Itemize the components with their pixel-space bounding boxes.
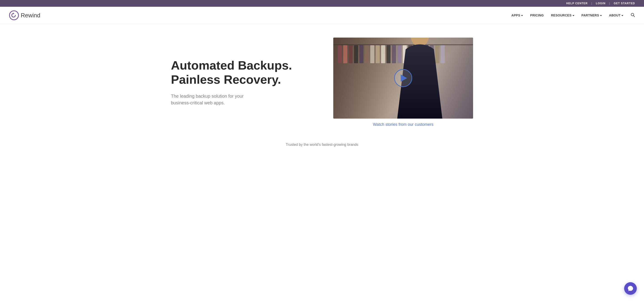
trusted-section: Trusted by the world's fastest-growing b… <box>0 136 644 151</box>
trusted-text: Trusted by the world's fastest-growing b… <box>9 143 635 147</box>
login-link[interactable]: LOGIN <box>596 2 606 5</box>
nav-apps[interactable]: APPS <box>512 13 523 17</box>
svg-line-3 <box>634 15 634 17</box>
logo-text: Rewind <box>21 12 40 19</box>
watch-stories-link[interactable]: Watch stories from our customers <box>373 122 434 127</box>
svg-point-0 <box>10 11 18 20</box>
chevron-down-icon <box>600 15 602 16</box>
hero-left: Automated Backups. Painless Recovery. Th… <box>171 58 311 106</box>
hero-section: Automated Backups. Painless Recovery. Th… <box>153 24 491 136</box>
hero-subtitle: The leading backup solution for your bus… <box>171 93 311 106</box>
video-background <box>333 38 473 119</box>
video-thumbnail[interactable] <box>333 38 473 119</box>
help-center-link[interactable]: HELP CENTER <box>566 2 588 5</box>
search-button[interactable] <box>630 12 635 18</box>
rack-items <box>333 45 473 63</box>
search-icon <box>630 12 635 17</box>
logo[interactable]: Rewind <box>9 10 40 20</box>
hero-right: Watch stories from our customers <box>333 38 473 127</box>
rewind-logo-icon <box>9 10 19 20</box>
nav-links: APPS PRICING RESOURCES PARTNERS ABOUT <box>512 12 635 18</box>
nav-about[interactable]: ABOUT <box>609 13 623 17</box>
svg-marker-1 <box>13 12 14 14</box>
nav-partners[interactable]: PARTNERS <box>582 13 602 17</box>
hero-title: Automated Backups. Painless Recovery. <box>171 58 311 86</box>
separator-1: | <box>591 2 592 5</box>
chevron-down-icon <box>572 15 574 16</box>
nav-pricing[interactable]: PRICING <box>530 13 544 17</box>
separator-2: | <box>609 2 610 5</box>
play-icon <box>401 74 407 82</box>
play-button[interactable] <box>394 69 412 87</box>
nav-resources[interactable]: RESOURCES <box>551 13 574 17</box>
main-nav: Rewind APPS PRICING RESOURCES PARTNERS A… <box>0 7 644 24</box>
get-started-link[interactable]: GET STARTED <box>614 2 635 5</box>
chevron-down-icon <box>622 15 623 16</box>
chevron-down-icon <box>521 15 523 16</box>
top-bar: HELP CENTER | LOGIN | GET STARTED <box>0 0 644 7</box>
